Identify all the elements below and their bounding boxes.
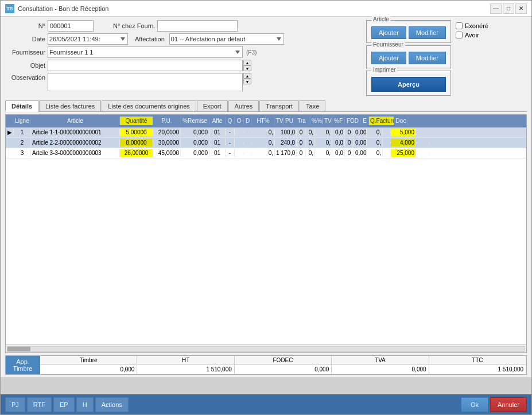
th-pu2: PU: [284, 117, 293, 125]
article-ajouter-button[interactable]: Ajouter: [371, 26, 406, 39]
tab-documents[interactable]: Liste des documents origines: [102, 100, 196, 111]
td-fod: 0,: [367, 139, 383, 146]
th-q: Q: [226, 117, 235, 125]
rtf-button[interactable]: RTF: [27, 397, 52, 412]
td-tv2: 0: [345, 139, 354, 146]
imprimer-buttons: Aperçu: [371, 76, 446, 92]
scroll-thumb[interactable]: [7, 347, 30, 351]
table-row[interactable]: 2 Article 2-2-0000000000002 8,00000 30,0…: [6, 138, 526, 148]
td-e: [383, 153, 391, 154]
article-modifier-button[interactable]: Modifier: [409, 26, 446, 39]
summary-values: 0,000 1 510,000 0,000 0,000 1 510,000: [40, 365, 526, 374]
timbre-btn-label: Timbre: [13, 365, 33, 372]
td-doc: [416, 132, 430, 133]
td-remise: 0,000: [181, 139, 209, 146]
th-ligne: Ligne: [14, 117, 31, 125]
app-icon: TS: [5, 4, 14, 13]
table-row[interactable]: 3 Artcile 3-3-0000000000003 26,00000 45,…: [6, 148, 526, 158]
main-content: N° N° chez Fourn. Date 26/05/2021 11:49:…: [1, 17, 531, 377]
th-remise: %Remise: [181, 117, 209, 125]
table-row[interactable]: ▶ 1 Article 1-1-0000000000001 5,00000 20…: [6, 127, 526, 138]
fournisseur-modifier-button[interactable]: Modifier: [409, 52, 446, 64]
fournisseur-row: Fournisseur Fournisseur 1 1 (F3): [5, 46, 362, 58]
scroll-track[interactable]: [7, 346, 525, 352]
td-pct2: 0,0: [332, 129, 345, 136]
th-quantite: Quantité: [120, 117, 153, 125]
tab-transport[interactable]: Transport: [259, 100, 299, 111]
apercu-button[interactable]: Aperçu: [371, 77, 446, 92]
actions-button[interactable]: Actions: [95, 397, 129, 412]
objet-input[interactable]: [48, 60, 243, 71]
tab-factures[interactable]: Liste des factures: [39, 100, 101, 111]
tab-autres[interactable]: Autres: [228, 100, 259, 111]
maximize-button[interactable]: □: [503, 3, 514, 14]
tab-export[interactable]: Export: [197, 100, 228, 111]
th-d: D: [244, 117, 252, 125]
ok-button[interactable]: Ok: [461, 397, 488, 412]
th-pct: %%|: [310, 117, 323, 125]
article-group-title: Article: [371, 16, 391, 22]
td-pu2: 0,: [306, 129, 315, 136]
objet-scroll-up[interactable]: ▲: [243, 60, 251, 65]
avoir-checkbox[interactable]: [456, 32, 463, 38]
table-header: Ligne Article Quantité P.U. %Remise Affe…: [6, 115, 526, 127]
spacer: [1, 377, 531, 394]
td-d: [244, 142, 252, 143]
affectation-label: Affectation: [135, 36, 165, 42]
f3-label: (F3): [246, 49, 257, 56]
observation-textarea[interactable]: [48, 73, 243, 91]
td-pu: 20,0000: [153, 129, 181, 136]
td-d: [244, 153, 252, 154]
td-ligne: 3: [14, 149, 31, 157]
n-fourn-input[interactable]: [157, 20, 238, 32]
window-title: Consultation - Bon de Réception: [18, 5, 490, 12]
obs-scroll-down[interactable]: ▼: [243, 79, 251, 84]
td-quantite: 26,00000: [120, 149, 153, 157]
table-container: Ligne Article Quantité P.U. %Remise Affe…: [5, 114, 527, 353]
h-button[interactable]: H: [76, 397, 94, 412]
avoir-row: Avoir: [456, 32, 488, 38]
affectation-select[interactable]: 01 -- Affectation par défaut: [169, 33, 284, 45]
th-article: Article: [31, 117, 120, 125]
app-timbre-button[interactable]: App. Timbre: [6, 356, 40, 374]
window-controls: — □ ✕: [490, 3, 527, 14]
objet-scroll-down[interactable]: ▼: [243, 65, 251, 71]
td-quantite: 8,00000: [120, 139, 153, 146]
date-input[interactable]: 26/05/2021 11:49:: [48, 33, 128, 45]
th-qfact: Q.Facturé: [369, 117, 394, 125]
fournisseur-select[interactable]: Fournisseur 1 1: [48, 46, 243, 58]
fournisseur-group-title: Fournisseur: [371, 41, 405, 48]
td-tra: 0,: [315, 139, 332, 146]
minimize-button[interactable]: —: [490, 3, 502, 14]
exonere-checkbox[interactable]: [456, 22, 463, 29]
th-e: E: [361, 117, 369, 125]
td-o1: -: [226, 149, 235, 157]
tab-taxe[interactable]: Taxe: [300, 100, 325, 111]
td-fod: 0,: [367, 129, 383, 136]
fodec-value: 0,000: [235, 365, 332, 374]
fournisseur-ajouter-button[interactable]: Ajouter: [371, 52, 406, 64]
td-pctf: 0,00: [354, 149, 367, 157]
tab-details[interactable]: Détails: [5, 100, 38, 112]
ep-button[interactable]: EP: [53, 397, 75, 412]
annuler-button[interactable]: Annuler: [490, 397, 527, 412]
th-fod: FOD: [345, 117, 361, 125]
td-tv: 0: [297, 129, 306, 136]
fodec-header: FODEC: [235, 356, 332, 364]
td-tra: 0,: [315, 149, 332, 157]
numero-input[interactable]: [48, 20, 94, 32]
observation-label: Observation: [5, 74, 45, 81]
td-d: [244, 132, 252, 133]
th-ht: HT%: [252, 117, 275, 125]
bottom-bar: PJ RTF EP H Actions Ok Annuler: [1, 394, 531, 414]
imprimer-group: Imprimer Aperçu: [366, 71, 451, 96]
td-qfact: 25,000: [391, 149, 416, 157]
fournisseur-group: Fournisseur Ajouter Modifier: [366, 45, 451, 68]
pj-button[interactable]: PJ: [5, 397, 25, 412]
th-indicator: [6, 120, 14, 122]
close-button[interactable]: ✕: [515, 3, 527, 14]
td-doc: [416, 142, 430, 143]
td-o2: [235, 142, 244, 143]
horizontal-scrollbar[interactable]: [6, 344, 526, 352]
obs-scroll-up[interactable]: ▲: [243, 73, 251, 79]
